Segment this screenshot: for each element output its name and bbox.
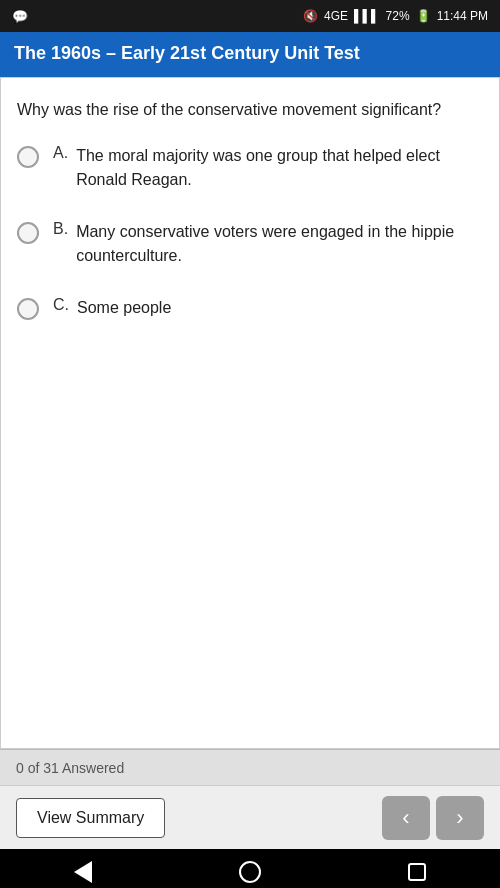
recents-button[interactable]: [397, 852, 437, 888]
nav-buttons: ‹ ›: [382, 796, 484, 840]
radio-a[interactable]: [17, 146, 39, 168]
battery-label: 72%: [386, 9, 410, 23]
content-area: Why was the rise of the conservative mov…: [0, 77, 500, 749]
battery-icon: 🔋: [416, 9, 431, 23]
android-nav-bar: [0, 849, 500, 888]
status-left: 💬: [12, 9, 28, 24]
option-a[interactable]: A. The moral majority was one group that…: [17, 144, 483, 192]
option-a-letter: A.: [53, 144, 68, 162]
prev-button[interactable]: ‹: [382, 796, 430, 840]
option-c-letter: C.: [53, 296, 69, 314]
mute-icon: 🔇: [303, 9, 318, 23]
recents-icon: [408, 863, 426, 881]
option-b-letter: B.: [53, 220, 68, 238]
status-right: 🔇 4GE ▌▌▌ 72% 🔋 11:44 PM: [303, 9, 488, 23]
option-c[interactable]: C. Some people: [17, 296, 483, 320]
home-button[interactable]: [230, 852, 270, 888]
next-button[interactable]: ›: [436, 796, 484, 840]
radio-c[interactable]: [17, 298, 39, 320]
back-button[interactable]: [63, 852, 103, 888]
page-title: The 1960s – Early 21st Century Unit Test: [14, 42, 486, 65]
message-icon: 💬: [12, 9, 28, 24]
option-c-text: Some people: [77, 296, 171, 320]
question-text: Why was the rise of the conservative mov…: [17, 98, 483, 122]
back-icon: [74, 861, 92, 883]
signal-bars: ▌▌▌: [354, 9, 380, 23]
network-label: 4GE: [324, 9, 348, 23]
option-a-text: The moral majority was one group that he…: [76, 144, 483, 192]
radio-b[interactable]: [17, 222, 39, 244]
view-summary-button[interactable]: View Summary: [16, 798, 165, 838]
option-b-text: Many conservative voters were engaged in…: [76, 220, 483, 268]
action-bar: View Summary ‹ ›: [0, 785, 500, 849]
progress-status: 0 of 31 Answered: [0, 749, 500, 785]
home-icon: [239, 861, 261, 883]
status-bar: 💬 🔇 4GE ▌▌▌ 72% 🔋 11:44 PM: [0, 0, 500, 32]
answered-count: 0 of 31 Answered: [16, 760, 124, 776]
time-label: 11:44 PM: [437, 9, 488, 23]
option-b[interactable]: B. Many conservative voters were engaged…: [17, 220, 483, 268]
header: The 1960s – Early 21st Century Unit Test: [0, 32, 500, 77]
